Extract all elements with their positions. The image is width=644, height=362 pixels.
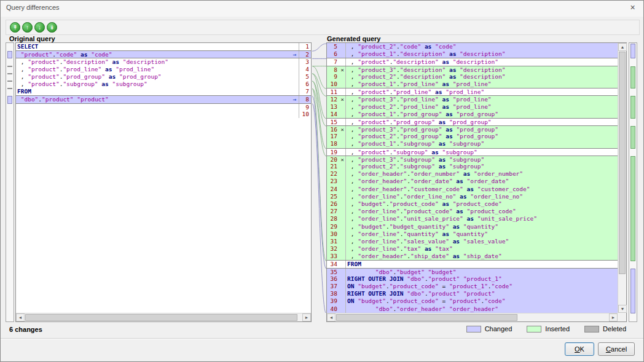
code-line[interactable]: 24 , "order_header"."customer_code" as "… (327, 186, 618, 193)
close-icon[interactable]: × (627, 2, 638, 13)
ruler-marker[interactable] (630, 126, 635, 149)
previous-difference-button[interactable]: ↑ (22, 22, 33, 33)
code-line[interactable]: 10 (16, 111, 311, 118)
current-diff-arrow-icon: → (291, 51, 299, 58)
line-number: 35 (327, 269, 339, 275)
code-line[interactable]: 20× , "product_3"."subgroup" as "subgrou… (327, 155, 618, 163)
ruler-marker[interactable] (630, 156, 635, 261)
code-text: , "product"."description" as "descriptio… (346, 58, 618, 65)
code-line[interactable]: 39ON "budget"."product_code" = "product"… (327, 297, 618, 305)
code-line[interactable]: 9 , "product_2"."description" as "descri… (327, 73, 618, 81)
mark-cell (339, 245, 346, 253)
right-hscroll-thumb[interactable] (336, 314, 517, 321)
code-line[interactable]: SELECT1 (16, 43, 311, 50)
cancel-button[interactable]: Cancel (598, 342, 635, 356)
code-line[interactable]: FROM7 (16, 88, 311, 95)
left-hscroll-thumb[interactable] (25, 314, 297, 321)
code-line[interactable]: , "product"."prod_line" as "prod_line"4 (16, 66, 311, 73)
code-line[interactable]: "dbo"."product" "product"→8 (16, 95, 311, 103)
code-line[interactable]: 8× , "product_3"."description" as "descr… (327, 66, 618, 73)
code-line[interactable]: 33 , "order_header"."ship_date" as "ship… (327, 253, 618, 260)
code-line[interactable]: 15 , "product"."prod_group" as "prod_gro… (327, 118, 618, 125)
code-line[interactable]: 14 , "product_1"."prod_group" as "prod_g… (327, 111, 618, 118)
code-line[interactable]: 21 , "product_2"."subgroup" as "subgroup… (327, 163, 618, 170)
ruler-marker[interactable] (7, 66, 12, 67)
ruler-marker[interactable] (7, 96, 12, 103)
scroll-up-icon[interactable]: ▲ (618, 43, 627, 51)
right-vscroll-thumb[interactable] (619, 52, 626, 274)
code-line[interactable]: 17 , "product_2"."prod_group" as "prod_g… (327, 133, 618, 140)
code-line[interactable]: 34FROM (327, 260, 618, 267)
scroll-right-icon[interactable]: ► (609, 313, 618, 321)
ruler-marker[interactable] (7, 73, 12, 74)
code-line[interactable]: 26 , "budget"."product_code" as "product… (327, 200, 618, 208)
code-line[interactable]: 12× , "product_3"."prod_line" as "prod_l… (327, 95, 618, 103)
scroll-left-icon[interactable]: ◄ (16, 313, 25, 321)
ruler-marker[interactable] (7, 51, 12, 58)
code-line[interactable]: 10 , "product_1"."prod_line" as "prod_li… (327, 81, 618, 88)
ok-button[interactable]: OK (565, 342, 594, 356)
line-number: 16 (327, 126, 339, 133)
code-line[interactable]: 6 , "product_1"."description" as "descri… (327, 50, 618, 58)
code-line[interactable]: 22 , "order_header"."order_number" as "o… (327, 170, 618, 178)
ruler-marker[interactable] (630, 66, 635, 89)
ruler-marker[interactable] (7, 88, 12, 89)
ruler-marker[interactable] (7, 81, 12, 82)
last-difference-button[interactable]: ↡ (47, 22, 57, 33)
code-line[interactable]: 28 , "order_line"."unit_sale_price" as "… (327, 215, 618, 222)
generated-query-editor: 5 , "product_2"."code" as "code"6 , "pro… (326, 42, 627, 322)
code-line[interactable]: 16× , "product_3"."prod_group" as "prod_… (327, 125, 618, 133)
right-horizontal-scrollbar[interactable]: ◄ ► (327, 313, 618, 321)
right-vertical-scrollbar[interactable]: ▲ ▼ (618, 43, 626, 313)
code-line[interactable]: 29 , "budget"."budget_quantity" as "quan… (327, 223, 618, 230)
code-line[interactable]: "product"."code" as "code"→2 (16, 50, 311, 58)
scroll-left-icon[interactable]: ◄ (327, 313, 336, 321)
code-line[interactable]: 18 , "product_1"."subgroup" as "subgroup… (327, 140, 618, 148)
code-line[interactable]: , "product"."subgroup" as "subgroup"6 (16, 81, 311, 88)
window-title: Query differences (6, 4, 60, 11)
code-text: , "product_2"."prod_line" as "prod_line" (346, 103, 618, 111)
arrow-cell (291, 104, 299, 111)
code-line[interactable]: 30 , "order_line"."quantity" as "quantit… (327, 230, 618, 238)
line-number: 20 (327, 156, 339, 163)
code-line[interactable]: 19 , "product"."subgroup" as "subgroup" (327, 148, 618, 155)
code-line[interactable]: 7 , "product"."description" as "descript… (327, 58, 618, 65)
left-horizontal-scrollbar[interactable]: ◄ ► (16, 313, 311, 321)
code-line[interactable]: 5 , "product_2"."code" as "code" (327, 43, 618, 50)
code-text: , "product_2"."description" as "descript… (346, 73, 618, 81)
code-text: FROM (346, 261, 618, 267)
code-line[interactable]: 27 , "order_line"."product_code" as "pro… (327, 208, 618, 215)
scroll-down-icon[interactable]: ▼ (618, 305, 627, 313)
next-difference-button[interactable]: ↓ (34, 22, 45, 33)
code-text: , "product"."prod_line" as "prod_line" (346, 89, 618, 95)
code-line[interactable]: 36RIGHT OUTER JOIN "dbo"."product" "prod… (327, 275, 618, 283)
code-text: "dbo"."product" "product" (16, 96, 291, 103)
diff-cross-mark-icon: × (339, 126, 346, 133)
code-line[interactable]: , "product"."description" as "descriptio… (16, 58, 311, 65)
code-line[interactable]: 31 , "order_line"."sales_value" as "sale… (327, 238, 618, 245)
code-line[interactable]: 25 , "order_line"."order_line_no" as "or… (327, 193, 618, 200)
code-text: , "product"."description" as "descriptio… (16, 58, 291, 65)
code-line[interactable]: 37ON "budget"."product_code" = "product_… (327, 283, 618, 290)
code-line[interactable]: 11 , "product"."prod_line" as "prod_line… (327, 88, 618, 95)
line-number: 34 (327, 261, 339, 267)
left-overview-ruler[interactable] (6, 42, 14, 322)
code-line[interactable]: 13 , "product_2"."prod_line" as "prod_li… (327, 103, 618, 111)
code-line[interactable]: 9 (16, 103, 311, 111)
legend-inserted-label: Inserted (545, 325, 570, 332)
ruler-marker[interactable] (630, 44, 635, 58)
ruler-marker[interactable] (630, 269, 635, 313)
ruler-marker[interactable] (630, 96, 635, 119)
scroll-right-icon[interactable]: ► (302, 313, 311, 321)
right-overview-ruler[interactable] (629, 42, 637, 322)
code-line[interactable]: 38RIGHT OUTER JOIN "dbo"."product" "prod… (327, 290, 618, 297)
code-line[interactable]: 35 "dbo"."budget" "budget" (327, 268, 618, 275)
line-number: 8 (327, 66, 339, 73)
code-text: , "order_header"."ship_date" as "ship_da… (346, 253, 618, 260)
first-difference-button[interactable]: ↟ (10, 22, 20, 33)
code-line[interactable]: 32 , "order_line"."tax" as "tax" (327, 245, 618, 253)
code-line[interactable]: 23 , "order_header"."order_date" as "ord… (327, 178, 618, 185)
code-line[interactable]: , "product"."prod_group" as "prod_group"… (16, 73, 311, 81)
line-number: 17 (327, 133, 339, 140)
code-line[interactable]: 40 "dbo"."order_header" "order_header" (327, 305, 618, 313)
